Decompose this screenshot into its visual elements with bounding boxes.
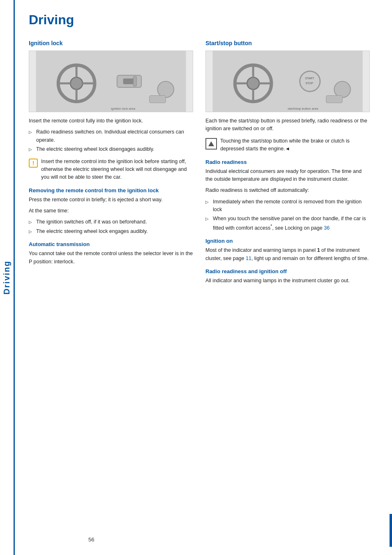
tip-triangle-shape [208, 141, 214, 146]
svg-rect-24 [326, 96, 342, 103]
removing-bullets: The ignition switches off, if it was on … [29, 218, 193, 235]
ignition-on-heading: Ignition on [205, 238, 370, 244]
svg-rect-11 [150, 96, 166, 103]
tip-icon [205, 138, 217, 150]
svg-point-15 [247, 77, 259, 90]
svg-point-23 [334, 81, 350, 97]
warning-icon: ! [29, 159, 38, 168]
svg-point-10 [157, 81, 173, 97]
start-stop-image: START STOP start/stop button area [205, 51, 370, 112]
radio-ignition-off-text: All indicator and warning lamps in the i… [205, 277, 370, 285]
svg-rect-9 [133, 76, 136, 86]
radio-bullet-2: When you touch the sensitive panel on th… [205, 215, 370, 232]
removing-text: Press the remote control in briefly; it … [29, 196, 193, 204]
ignition-lock-intro: Insert the remote control fully into the… [29, 117, 193, 125]
ignition-lock-heading: Ignition lock [29, 40, 193, 46]
removing-bullet-2: The electric steering wheel lock engages… [29, 228, 193, 235]
radio-off-label: Radio readiness is switched off automati… [205, 187, 370, 194]
main-content: Driving Ignition lock [21, 0, 392, 321]
page-blue-bar [390, 514, 392, 547]
same-time-label: At the same time: [29, 207, 193, 215]
svg-text:start/stop button area: start/stop button area [288, 107, 318, 111]
svg-text:START: START [305, 77, 314, 80]
radio-bullet-1: Immediately when the remote control is r… [205, 198, 370, 214]
tip-text: Touching the start/stop button while the… [220, 137, 370, 153]
start-stop-intro: Each time the start/stop button is press… [205, 117, 370, 133]
removing-bullet-1: The ignition switches off, if it was on … [29, 218, 193, 226]
panel-link[interactable]: 11 [246, 256, 251, 261]
svg-text:ignition lock area: ignition lock area [111, 107, 136, 111]
right-column: Start/stop button START STOP [205, 40, 370, 288]
ignition-warning-box: ! Insert the remote control into the ign… [29, 158, 193, 182]
svg-point-2 [70, 77, 83, 90]
removing-heading: Removing the remote control from the ign… [29, 187, 193, 193]
auto-transmission-text: You cannot take out the remote control u… [29, 250, 193, 266]
svg-text:STOP: STOP [305, 82, 313, 85]
radio-readiness-text: Individual electrical consumers are read… [205, 168, 370, 184]
ignition-lock-image: ignition lock area [29, 51, 193, 112]
auto-transmission-heading: Automatic transmission [29, 241, 193, 247]
radio-readiness-heading: Radio readiness [205, 159, 370, 165]
ignition-lock-bullets: Radio readiness switches on. Individual … [29, 128, 193, 153]
ignition-warning-text: Insert the remote control into the ignit… [41, 158, 193, 182]
bullet-radio-readiness: Radio readiness switches on. Individual … [29, 128, 193, 144]
bullet-steering-wheel: The electric steering wheel lock disenga… [29, 145, 193, 153]
start-stop-heading: Start/stop button [205, 40, 370, 46]
two-col-layout: Ignition lock [29, 40, 380, 288]
page-number-area: 56 [21, 537, 392, 543]
left-column: Ignition lock [29, 40, 193, 288]
tip-box: Touching the start/stop button while the… [205, 137, 370, 153]
side-tab: Driving [0, 0, 15, 555]
side-tab-label: Driving [2, 260, 12, 295]
page-number: 56 [88, 537, 94, 543]
radio-bullets: Immediately when the remote control is r… [205, 198, 370, 233]
page-title: Driving [29, 12, 380, 28]
radio-ignition-off-heading: Radio readiness and ignition off [205, 268, 370, 274]
ignition-on-text: Most of the indicator and warning lamps … [205, 246, 370, 263]
locking-link[interactable]: 36 [324, 225, 330, 231]
